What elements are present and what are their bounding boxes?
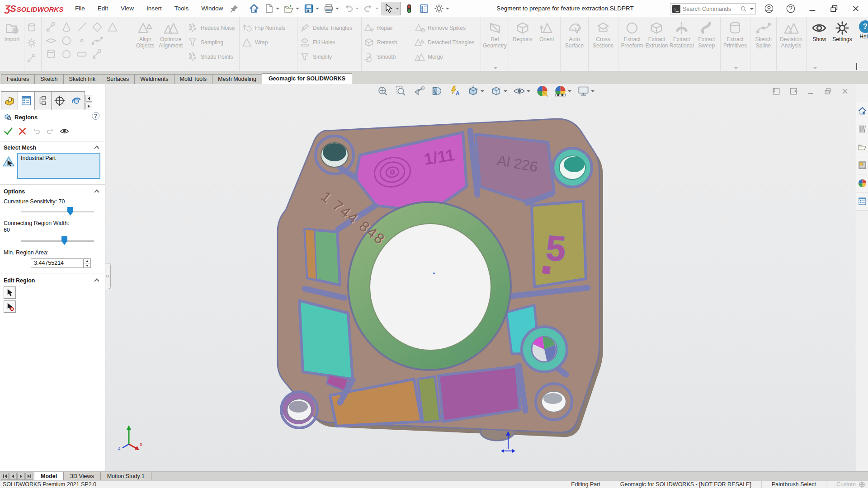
tab-features[interactable]: Features (1, 74, 35, 84)
extract-extrusion-button[interactable]: Extract Extrusion (645, 19, 668, 69)
sensor-icon[interactable] (26, 22, 37, 33)
section-view-icon[interactable] (431, 85, 443, 97)
curvature-slider-handle[interactable] (67, 207, 73, 216)
menu-edit[interactable]: Edit (92, 3, 113, 14)
save-button[interactable] (302, 2, 321, 15)
options-dropdown[interactable] (446, 8, 449, 9)
minimize-icon[interactable] (807, 4, 817, 14)
ok-check-icon[interactable] (4, 127, 13, 136)
ribbon-collapse-button[interactable] (856, 64, 862, 67)
simplify-button[interactable]: Simplify (299, 51, 352, 62)
flat-plane-icon[interactable] (45, 35, 57, 47)
manager-tabs-scroll-right[interactable] (85, 103, 92, 109)
configuration-manager-tab[interactable] (34, 91, 52, 110)
tab-scroll-last[interactable] (25, 473, 33, 480)
orient-button[interactable]: Orient (535, 19, 559, 69)
new-dropdown[interactable] (276, 8, 279, 9)
regions-button[interactable]: Regions (511, 19, 534, 69)
spinner-up[interactable] (84, 259, 90, 263)
redo-region-icon[interactable] (46, 127, 55, 136)
preview-eye-icon[interactable] (60, 127, 69, 136)
select-tool-button[interactable] (382, 2, 401, 15)
display-style-icon[interactable] (490, 85, 507, 97)
manager-tabs-scroll-left[interactable] (85, 95, 92, 102)
delete-triangles-button[interactable]: Delete Triangles (299, 22, 352, 33)
line-icon[interactable] (76, 21, 88, 33)
display-style-dropdown[interactable] (504, 90, 507, 92)
feature-manager-tab[interactable] (1, 91, 18, 110)
zoom-to-area-icon[interactable] (395, 85, 407, 97)
taskpane-design-library-button[interactable] (856, 120, 868, 138)
optimize-alignment-button[interactable]: Optimize Alignment (159, 19, 184, 69)
taskpane-appearances-button[interactable] (856, 174, 868, 192)
home-button[interactable] (247, 2, 261, 15)
search-dropdown[interactable] (750, 8, 754, 10)
spinner-down[interactable] (84, 263, 90, 267)
show-button[interactable]: Show (808, 19, 830, 69)
shade-points-button[interactable]: Shade Points (187, 51, 235, 62)
view-orientation-dropdown[interactable] (481, 90, 484, 92)
flip-normals-button[interactable]: Flip Normals (241, 22, 285, 33)
property-manager-tab[interactable] (18, 91, 35, 110)
annotation-views-icon[interactable]: A (449, 85, 461, 97)
search-scope-icon[interactable]: ›_ (672, 5, 680, 13)
taskpane-view-palette-button[interactable] (856, 156, 868, 174)
min-region-area-value[interactable]: 3.44755214 (31, 259, 83, 267)
ref-geometry-button[interactable]: Ref Geometry (483, 19, 507, 69)
smooth-button[interactable]: Smooth (363, 51, 397, 62)
extract-primitives-button[interactable]: Extract Primitives (722, 19, 748, 69)
file-properties-button[interactable] (417, 2, 431, 15)
tab-sketch-ink[interactable]: Sketch Ink (63, 74, 101, 84)
view-settings-dropdown[interactable] (591, 90, 594, 92)
tab-surfaces[interactable]: Surfaces (101, 74, 135, 84)
apply-scene-dropdown[interactable] (568, 90, 571, 92)
freeform-brush-icon[interactable] (91, 48, 103, 60)
doc-restore-icon[interactable] (823, 87, 832, 96)
mesh-selection-listbox[interactable]: Industrial Part (17, 153, 100, 179)
edit-region-collapse-icon[interactable] (94, 278, 99, 283)
ref-geometry-dropdown[interactable] (494, 67, 497, 69)
tab-mold-tools[interactable]: Mold Tools (174, 74, 213, 84)
options-button[interactable] (432, 2, 451, 15)
auto-surface-button[interactable]: Auto Surface (562, 19, 586, 69)
hide-show-items-icon[interactable] (513, 85, 530, 97)
hide-show-dropdown[interactable] (527, 90, 530, 92)
select-region-button[interactable] (4, 286, 16, 299)
tab-model[interactable]: Model (34, 472, 64, 480)
redo-dropdown[interactable] (375, 8, 379, 9)
circle-icon[interactable] (61, 48, 72, 60)
taskpane-custom-properties-button[interactable] (856, 192, 868, 211)
edit-appearance-icon[interactable] (536, 85, 548, 97)
menu-file[interactable]: File (70, 3, 90, 14)
round-boss[interactable] (522, 327, 567, 372)
doc-close-icon[interactable] (840, 87, 849, 96)
help-icon[interactable] (786, 4, 796, 14)
display-group-dropdown[interactable] (813, 67, 817, 69)
tab-scroll-prev[interactable] (9, 473, 17, 480)
min-region-area-spinner[interactable]: 3.44755214 (31, 258, 91, 268)
cancel-x-icon[interactable] (18, 127, 27, 136)
doc-minimize-icon[interactable] (806, 87, 815, 96)
paintbrush-axis-icon[interactable] (45, 21, 57, 33)
view-orientation-icon[interactable] (467, 85, 484, 97)
spike-tool-icon[interactable] (26, 53, 37, 64)
menu-window[interactable]: Window (196, 3, 228, 14)
apply-scene-icon[interactable] (554, 85, 571, 97)
restore-icon[interactable] (829, 4, 839, 14)
view-settings-icon[interactable] (577, 85, 594, 97)
graphics-viewport[interactable]: A (105, 84, 856, 471)
curvature-sensitivity-slider[interactable] (21, 207, 94, 216)
point-icon[interactable] (76, 35, 88, 47)
previous-view-icon[interactable] (413, 85, 425, 97)
repair-button[interactable]: Repair (363, 22, 397, 33)
extract-rotational-button[interactable]: Extract Rotational (670, 19, 694, 69)
mesh-part[interactable]: 1/11 Al 226 1 744 848 1 744 848 5 (271, 110, 606, 448)
search-icon[interactable] (740, 5, 747, 13)
panel-help-icon[interactable]: ? (92, 112, 99, 120)
tab-weldments[interactable]: Weldments (134, 74, 174, 84)
search-commands-box[interactable]: ›_ Search Commands (670, 3, 756, 14)
deselect-region-button[interactable] (4, 300, 16, 313)
tab-mesh-modeling[interactable]: Mesh Modeling (212, 74, 262, 84)
cross-sections-button[interactable]: Cross Sections (590, 19, 616, 69)
options-collapse-icon[interactable] (94, 189, 99, 194)
